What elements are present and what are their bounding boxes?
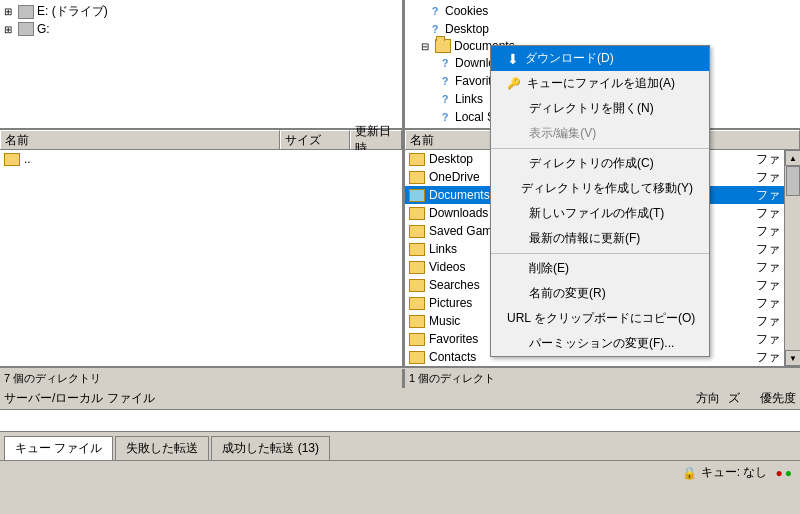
tab-queue-file[interactable]: キュー ファイル xyxy=(4,436,113,460)
context-menu-download[interactable]: ⬇ ダウンロード(D) xyxy=(491,46,709,71)
context-menu-delete[interactable]: 削除(E) xyxy=(491,256,709,281)
r-favorites-type: ファ xyxy=(756,331,780,348)
folder-icon-r-searches xyxy=(409,279,425,292)
expand-g[interactable]: ⊞ xyxy=(4,24,18,35)
r-contacts-type: ファ xyxy=(756,349,780,366)
left-status: 7 個のディレクトリ xyxy=(0,369,405,388)
r-onedrive-type: ファ xyxy=(756,169,780,186)
lock-icon: 🔒 xyxy=(682,466,697,480)
queue-status-text: キュー: なし xyxy=(701,464,768,481)
download-arrow-icon: ⬇ xyxy=(507,51,519,67)
drive-g-icon xyxy=(18,22,34,36)
folder-icon-r-videos xyxy=(409,261,425,274)
r-music-type: ファ xyxy=(756,313,780,330)
tab-failed[interactable]: 失敗した転送 xyxy=(115,436,209,460)
key-icon: 🔑 xyxy=(507,77,521,90)
green-dot-icon: ● xyxy=(785,466,792,480)
context-menu-create-move[interactable]: ディレクトリを作成して移動(Y) xyxy=(491,176,709,201)
folder-icon-r-music xyxy=(409,315,425,328)
drive-e[interactable]: ⊞ E: (ドライブ) xyxy=(2,2,400,21)
r-searches-type: ファ xyxy=(756,277,780,294)
folder-icon-r-downloads xyxy=(409,207,425,220)
left-name-header[interactable]: 名前 xyxy=(0,130,280,149)
expand-documents[interactable]: ⊟ xyxy=(421,41,435,52)
context-menu-view-edit[interactable]: 表示/編集(V) xyxy=(491,121,709,146)
context-menu-rename[interactable]: 名前の変更(R) xyxy=(491,281,709,306)
folder-icon-r-documents xyxy=(409,189,425,202)
tree-cookies-label: Cookies xyxy=(445,4,488,18)
tab-success[interactable]: 成功した転送 (13) xyxy=(211,436,330,460)
r-desktop-type: ファ xyxy=(756,151,780,168)
context-menu-add-queue[interactable]: 🔑 キューにファイルを追加(A) xyxy=(491,71,709,96)
context-menu: ⬇ ダウンロード(D) 🔑 キューにファイルを追加(A) ディレクトリを開く(N… xyxy=(490,45,710,357)
r-videos-type: ファ xyxy=(756,259,780,276)
context-menu-sep-1 xyxy=(491,148,709,149)
question-icon-desktop: ? xyxy=(427,21,443,37)
context-menu-sep-2 xyxy=(491,253,709,254)
drive-g-label: G: xyxy=(37,22,50,36)
context-menu-permissions[interactable]: パーミッションの変更(F)... xyxy=(491,331,709,356)
folder-icon-documents xyxy=(435,39,451,53)
transfer-area xyxy=(0,410,800,432)
folder-icon-r-savedgam xyxy=(409,225,425,238)
local-file-list: .. xyxy=(0,150,405,368)
transfer-direction-label: 方向 xyxy=(688,390,728,407)
scroll-thumb[interactable] xyxy=(786,166,800,196)
r-downloads-type: ファ xyxy=(756,205,780,222)
folder-icon-r-onedrive xyxy=(409,171,425,184)
left-size-header[interactable]: サイズ xyxy=(280,130,350,149)
folder-icon-parent xyxy=(4,153,20,166)
folder-icon-r-favorites xyxy=(409,333,425,346)
r-savedgam-type: ファ xyxy=(756,223,780,240)
transfer-bar: サーバー/ローカル ファイル 方向 ズ 優先度 xyxy=(0,388,800,410)
question-icon-local-settings: ? xyxy=(437,109,453,125)
question-icon-edge-backups: ? xyxy=(437,127,453,128)
folder-icon-r-desktop xyxy=(409,153,425,166)
scroll-track[interactable] xyxy=(785,166,800,350)
r-pictures-type: ファ xyxy=(756,295,780,312)
r-links-type: ファ xyxy=(756,241,780,258)
scroll-up-btn[interactable]: ▲ xyxy=(785,150,800,166)
question-icon-cookies: ? xyxy=(427,3,443,19)
transfer-priority-label: 優先度 xyxy=(760,390,796,407)
folder-icon-r-pictures xyxy=(409,297,425,310)
right-status: 1 個のディレクト xyxy=(405,369,800,388)
r-documents-type: ファ xyxy=(756,187,780,204)
folder-icon-r-links xyxy=(409,243,425,256)
bottom-status-bar: 🔒 キュー: なし ● ● xyxy=(0,460,800,484)
folder-icon-r-contacts xyxy=(409,351,425,364)
drive-e-icon xyxy=(18,5,34,19)
queue-tabs: キュー ファイル 失敗した転送 成功した転送 (13) xyxy=(0,432,800,460)
transfer-size-label: ズ xyxy=(728,390,740,407)
local-tree: ⊞ E: (ドライブ) ⊞ G: xyxy=(0,0,405,128)
expand-e[interactable]: ⊞ xyxy=(4,6,18,17)
drive-g[interactable]: ⊞ G: xyxy=(2,21,400,37)
context-menu-copy-url[interactable]: URL をクリップボードにコピー(O) xyxy=(491,306,709,331)
question-icon-favorites: ? xyxy=(437,73,453,89)
drive-e-label: E: (ドライブ) xyxy=(37,3,108,20)
list-item-parent[interactable]: .. xyxy=(0,150,402,168)
question-icon-downloads: ? xyxy=(437,55,453,71)
transfer-file-label: サーバー/ローカル ファイル xyxy=(4,390,688,407)
left-date-header[interactable]: 更新日時 xyxy=(350,130,402,149)
context-menu-refresh[interactable]: 最新の情報に更新(F) xyxy=(491,226,709,251)
scroll-down-btn[interactable]: ▼ xyxy=(785,350,800,366)
status-bar: 7 個のディレクトリ 1 個のディレクト xyxy=(0,368,800,388)
tree-cookies[interactable]: ? Cookies xyxy=(407,2,782,20)
right-scrollbar[interactable]: ▲ ▼ xyxy=(784,150,800,366)
context-menu-create-dir[interactable]: ディレクトリの作成(C) xyxy=(491,151,709,176)
red-dot-icon: ● xyxy=(776,466,783,480)
question-icon-links: ? xyxy=(437,91,453,107)
tree-desktop-label: Desktop xyxy=(445,22,489,36)
context-menu-new-file[interactable]: 新しいファイルの作成(T) xyxy=(491,201,709,226)
tree-links-label: Links xyxy=(455,92,483,106)
context-menu-open-dir[interactable]: ディレクトリを開く(N) xyxy=(491,96,709,121)
tree-desktop[interactable]: ? Desktop xyxy=(407,20,782,38)
